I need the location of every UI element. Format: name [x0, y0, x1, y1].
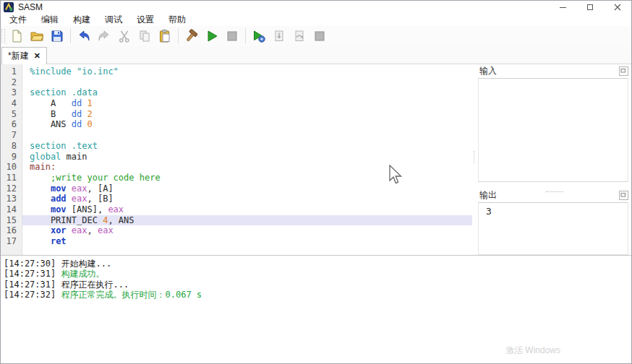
- code-line-8[interactable]: section .text: [22, 141, 472, 152]
- code-token: eax: [72, 225, 87, 235]
- redo-icon: [97, 29, 111, 43]
- output-value: 3: [486, 206, 492, 217]
- toolbar-drag-handle[interactable]: [1, 29, 5, 43]
- code-token: ;write your code here: [51, 173, 161, 183]
- code-token: main:: [30, 162, 56, 172]
- toolbar-separator: [245, 29, 246, 43]
- output-panel-header: 输出: [477, 188, 632, 202]
- menu-item-构建[interactable]: 构建: [66, 13, 98, 27]
- open-file-button[interactable]: [27, 27, 46, 46]
- output-area[interactable]: 3: [478, 202, 628, 255]
- toolbar-separator: [70, 29, 71, 43]
- log-line: [14:27:31] 程序正在执行...: [4, 280, 631, 290]
- line-number: 12: [1, 183, 22, 194]
- log-timestamp: [14:27:30]: [4, 259, 61, 269]
- float-panel-icon[interactable]: [619, 66, 628, 76]
- close-icon: [614, 4, 621, 11]
- undo-button[interactable]: [74, 27, 93, 46]
- code-token: ANS: [30, 119, 72, 129]
- log-line: [14:27:32] 程序正常完成。执行时间：0.067 s: [4, 290, 631, 300]
- new-file-button[interactable]: [7, 27, 26, 46]
- code-token: eax: [72, 194, 87, 204]
- code-token: dd: [72, 119, 87, 129]
- side-panels: 输入 输出 3: [477, 64, 632, 255]
- code-token: , [A]: [87, 183, 114, 194]
- code-line-9[interactable]: global main: [22, 152, 472, 162]
- code-token: [30, 236, 51, 246]
- code-line-6[interactable]: ANS dd 0: [22, 119, 472, 130]
- debug-icon: [252, 29, 266, 43]
- copy-button: [135, 27, 154, 46]
- minimize-button[interactable]: [549, 1, 576, 14]
- code-line-10[interactable]: main:: [22, 162, 472, 173]
- code-line-17[interactable]: ret: [22, 236, 472, 247]
- menu-item-调试[interactable]: 调试: [98, 13, 129, 27]
- open-folder-icon: [30, 29, 44, 43]
- code-token: ,: [87, 225, 98, 235]
- code-line-13[interactable]: add eax, [B]: [22, 194, 472, 204]
- code-line-7[interactable]: [22, 130, 472, 141]
- log-timestamp: [14:27:32]: [4, 290, 61, 300]
- run-button[interactable]: [202, 27, 221, 46]
- tab-new-file[interactable]: *新建 ✕: [1, 47, 47, 64]
- code-token: global: [30, 152, 67, 162]
- code-token: 2: [87, 109, 92, 119]
- build-hammer-icon: [184, 29, 199, 43]
- code-line-11[interactable]: ;write your code here: [22, 173, 472, 183]
- menu-item-编辑[interactable]: 编辑: [34, 13, 66, 27]
- build-button[interactable]: [182, 27, 201, 46]
- input-panel: 输入: [477, 64, 632, 183]
- input-panel-header: 输入: [477, 64, 632, 77]
- window-controls: [549, 1, 631, 14]
- tab-bar: *新建 ✕: [1, 46, 631, 64]
- log-message: 程序正常完成。执行时间：0.067 s: [61, 290, 202, 300]
- debug-button[interactable]: [249, 27, 268, 46]
- line-number: 8: [1, 141, 22, 152]
- menu-item-设置[interactable]: 设置: [129, 13, 161, 27]
- sasm-logo-icon: [4, 2, 14, 12]
- line-number: 1: [1, 66, 22, 77]
- maximize-button[interactable]: [576, 1, 604, 14]
- menu-item-文件[interactable]: 文件: [2, 13, 34, 27]
- code-line-4[interactable]: A dd 1: [22, 98, 472, 109]
- code-token: [30, 194, 51, 204]
- code-token: [67, 194, 72, 204]
- code-line-2[interactable]: [22, 77, 472, 88]
- code-area[interactable]: %include "io.inc"section .data A dd 1 B …: [22, 64, 472, 255]
- code-token: [30, 183, 51, 194]
- paste-icon: [158, 29, 172, 43]
- code-line-14[interactable]: mov [ANS], eax: [22, 204, 472, 215]
- code-token: dd: [72, 109, 87, 119]
- code-line-15[interactable]: PRINT_DEC 4, ANS: [22, 215, 472, 226]
- menu-item-帮助[interactable]: 帮助: [161, 13, 193, 27]
- log-line: [14:27:30] 开始构建...: [4, 259, 631, 269]
- stop-debug-button: [310, 27, 329, 46]
- close-button[interactable]: [604, 1, 631, 14]
- tab-close-icon[interactable]: ✕: [34, 51, 40, 61]
- title-bar: SASM: [1, 1, 631, 14]
- toolbar-separator: [178, 29, 179, 43]
- line-number: 15: [1, 215, 22, 226]
- code-token: add: [51, 194, 67, 204]
- code-line-1[interactable]: %include "io.inc": [22, 66, 472, 77]
- paste-button[interactable]: [155, 27, 174, 46]
- code-token: [30, 173, 51, 183]
- line-number: 16: [1, 225, 22, 236]
- output-panel: 输出 3: [477, 188, 632, 255]
- line-number: 2: [1, 77, 22, 88]
- float-panel-icon[interactable]: [619, 191, 628, 200]
- code-editor[interactable]: 1234567891011121314151617 %include "io.i…: [1, 64, 472, 255]
- code-token: eax: [108, 204, 124, 214]
- code-token: [67, 225, 72, 235]
- code-line-3[interactable]: section .data: [22, 87, 472, 98]
- tab-label: *新建: [8, 50, 29, 62]
- save-button[interactable]: [48, 27, 67, 46]
- stop-button: [223, 27, 242, 46]
- code-line-12[interactable]: mov eax, [A]: [22, 183, 472, 194]
- cut-button: [115, 27, 134, 46]
- code-line-16[interactable]: xor eax, eax: [22, 225, 472, 236]
- log-timestamp: [14:27:31]: [4, 280, 61, 290]
- minimize-icon: [560, 7, 566, 8]
- input-textarea[interactable]: [478, 78, 628, 182]
- code-line-5[interactable]: B dd 2: [22, 109, 472, 120]
